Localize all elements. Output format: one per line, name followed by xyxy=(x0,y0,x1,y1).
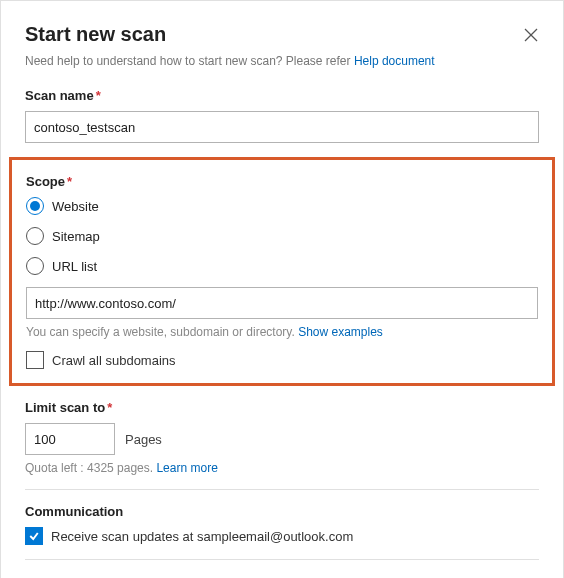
communication-section: Communication Receive scan updates at sa… xyxy=(25,504,539,545)
radio-label: Sitemap xyxy=(52,229,100,244)
required-marker: * xyxy=(107,400,112,415)
crawl-subdomains-checkbox[interactable]: Crawl all subdomains xyxy=(26,351,538,369)
scope-section: Scope* Website Sitemap URL list You can … xyxy=(9,157,555,386)
scan-name-label: Scan name* xyxy=(25,88,539,103)
divider xyxy=(25,559,539,560)
quota-hint: Quota left : 4325 pages. Learn more xyxy=(25,461,539,475)
checkbox-label: Receive scan updates at sampleemail@outl… xyxy=(51,529,353,544)
limit-row: Pages xyxy=(25,423,539,455)
limit-label: Limit scan to* xyxy=(25,400,539,415)
close-icon[interactable] xyxy=(523,27,539,43)
scan-name-input[interactable] xyxy=(25,111,539,143)
radio-icon xyxy=(26,197,44,215)
dialog-title: Start new scan xyxy=(25,23,166,46)
scope-label: Scope* xyxy=(26,174,538,189)
required-marker: * xyxy=(67,174,72,189)
dialog-header: Start new scan xyxy=(25,23,539,46)
start-scan-dialog: Start new scan Need help to understand h… xyxy=(0,0,564,578)
help-text: Need help to understand how to start new… xyxy=(25,54,354,68)
checkbox-icon xyxy=(26,351,44,369)
radio-label: URL list xyxy=(52,259,97,274)
checkbox-icon xyxy=(25,527,43,545)
help-document-link[interactable]: Help document xyxy=(354,54,435,68)
limit-section: Limit scan to* Pages Quota left : 4325 p… xyxy=(25,400,539,475)
radio-icon xyxy=(26,257,44,275)
limit-input[interactable] xyxy=(25,423,115,455)
divider xyxy=(25,489,539,490)
scope-hint: You can specify a website, subdomain or … xyxy=(26,325,538,339)
scope-url-input[interactable] xyxy=(26,287,538,319)
scope-option-urllist[interactable]: URL list xyxy=(26,257,538,275)
checkbox-label: Crawl all subdomains xyxy=(52,353,176,368)
scan-name-section: Scan name* xyxy=(25,88,539,143)
radio-label: Website xyxy=(52,199,99,214)
show-examples-link[interactable]: Show examples xyxy=(298,325,383,339)
communication-label: Communication xyxy=(25,504,539,519)
required-marker: * xyxy=(96,88,101,103)
radio-icon xyxy=(26,227,44,245)
limit-unit: Pages xyxy=(125,432,162,447)
scope-option-website[interactable]: Website xyxy=(26,197,538,215)
help-line: Need help to understand how to start new… xyxy=(25,54,539,68)
scope-option-sitemap[interactable]: Sitemap xyxy=(26,227,538,245)
receive-updates-checkbox[interactable]: Receive scan updates at sampleemail@outl… xyxy=(25,527,539,545)
learn-more-link[interactable]: Learn more xyxy=(156,461,217,475)
